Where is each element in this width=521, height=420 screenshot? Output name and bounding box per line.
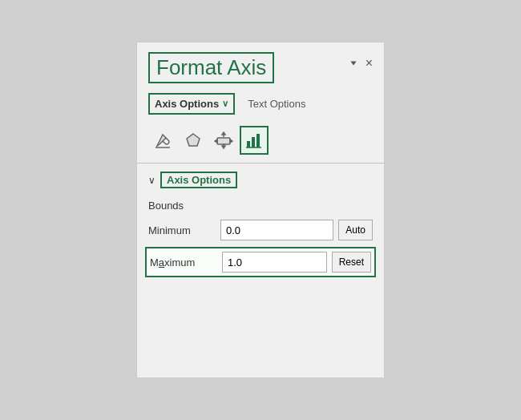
section-collapse-arrow[interactable]: ∨ [148,175,155,186]
axis-options-tab-label: Axis Options [155,98,219,110]
axis-options-tab[interactable]: Axis Options ∨ [148,93,235,115]
maximum-row: Maximum Reset [145,247,376,277]
section-heading-label: Axis Options [160,172,237,188]
maximum-input[interactable] [222,252,327,273]
svg-rect-12 [247,141,250,147]
shape-icon-button[interactable] [179,126,208,155]
chart-icon-button[interactable] [240,126,269,155]
maximum-label: Maximum [150,256,222,269]
svg-marker-10 [215,139,217,143]
panel-header: Format Axis × [137,42,384,90]
svg-rect-3 [217,138,230,144]
axis-options-chevron: ∨ [222,99,228,109]
svg-marker-9 [222,146,225,148]
text-options-tab[interactable]: Text Options [248,95,305,113]
minimum-label: Minimum [148,224,220,236]
svg-marker-2 [187,134,200,146]
maximum-reset-button[interactable]: Reset [332,252,371,273]
header-controls: × [348,52,373,70]
panel-title: Format Axis [148,52,274,83]
bounds-label: Bounds [148,196,373,218]
icon-bar [137,121,384,158]
svg-rect-13 [252,137,255,147]
minimum-auto-button[interactable]: Auto [338,220,373,240]
size-icon-button[interactable] [209,126,238,155]
minimum-row: Minimum Auto [148,218,373,242]
fill-icon-button[interactable] [148,126,177,155]
format-axis-panel: Format Axis × Axis Options ∨ Text Option… [136,42,385,378]
divider-1 [137,163,384,164]
svg-marker-0 [350,62,356,66]
panel-dropdown-arrow[interactable] [348,58,359,69]
minimum-input[interactable] [220,220,333,240]
section-heading: ∨ Axis Options [148,168,373,192]
svg-marker-11 [230,139,232,143]
svg-rect-14 [256,134,260,147]
svg-marker-8 [222,132,225,135]
section-body: ∨ Axis Options Bounds Minimum Auto Maxim… [137,168,384,277]
tabs-section: Axis Options ∨ Text Options [137,90,384,121]
close-button[interactable]: × [366,57,373,70]
